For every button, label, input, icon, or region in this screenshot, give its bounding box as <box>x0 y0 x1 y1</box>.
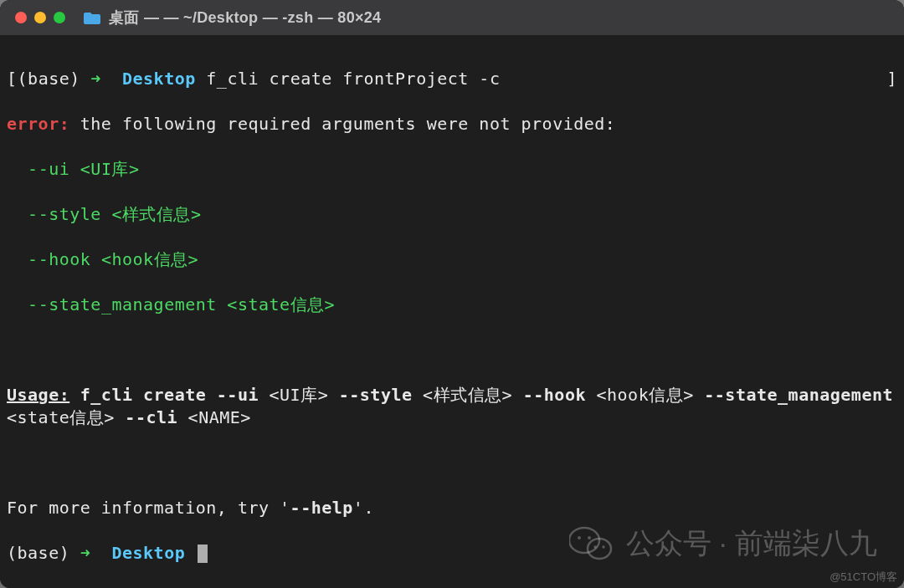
blank-line <box>7 339 897 361</box>
prompt-line: [(base) ➜ Desktop f_cli create frontProj… <box>7 68 897 90</box>
terminal-body[interactable]: [(base) ➜ Desktop f_cli create frontProj… <box>0 35 904 588</box>
titlebar[interactable]: 桌面 — — ~/Desktop — -zsh — 80×24 <box>0 0 904 35</box>
wechat-icon <box>569 525 613 562</box>
missing-arg: --hook <hook信息> <box>7 248 897 271</box>
close-icon[interactable] <box>15 12 27 23</box>
missing-arg: --ui <UI库> <box>7 158 897 181</box>
usage-line: Usage: f_cli create --ui <UI库> --style <… <box>7 384 897 429</box>
svg-point-5 <box>602 545 604 548</box>
cursor <box>198 545 208 563</box>
svg-point-4 <box>593 545 596 548</box>
terminal-window: 桌面 — — ~/Desktop — -zsh — 80×24 [(base) … <box>0 0 904 588</box>
missing-arg: --state_management <state信息> <box>7 294 897 316</box>
watermark: 公众号 · 前端柒八九 <box>569 524 877 563</box>
maximize-icon[interactable] <box>54 12 65 23</box>
folder-icon <box>84 11 100 24</box>
window-title: 桌面 — — ~/Desktop — -zsh — 80×24 <box>109 8 381 28</box>
missing-arg: --style <样式信息> <box>7 203 897 226</box>
traffic-lights <box>15 12 65 23</box>
minimize-icon[interactable] <box>34 12 46 23</box>
help-line: For more information, try '--help'. <box>7 497 897 519</box>
watermark-text: 公众号 · 前端柒八九 <box>626 524 877 563</box>
error-line: error: the following required arguments … <box>7 113 897 135</box>
svg-point-3 <box>588 536 591 539</box>
svg-point-2 <box>578 536 581 539</box>
blank-line <box>7 452 897 474</box>
copyright: @51CTO博客 <box>830 570 897 585</box>
